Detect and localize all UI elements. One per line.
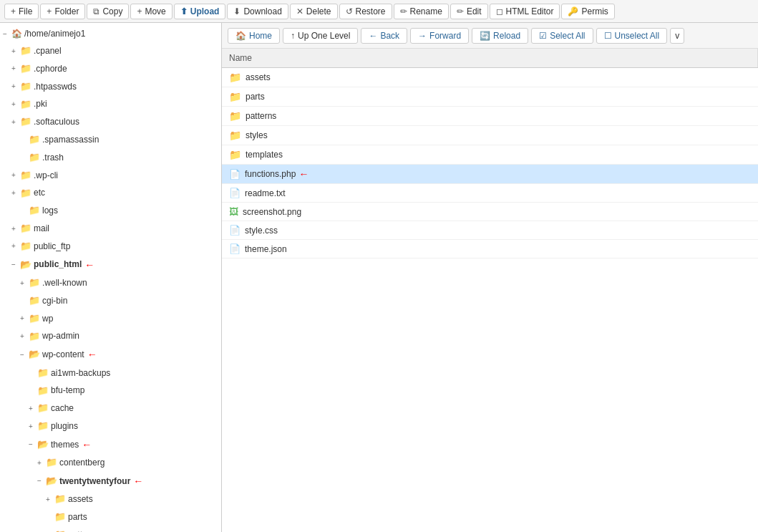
tree-item-cache[interactable]: + 📁 cache (0, 400, 221, 417)
file-button[interactable]: + File (4, 4, 39, 19)
folder-icon-themes: 📂 (37, 437, 49, 453)
tree-toggle-assets2[interactable]: + (46, 494, 54, 506)
tree-toggle-softaculous[interactable]: + (11, 117, 20, 128)
folder-file-icon: 📁 (229, 130, 241, 141)
tree-item-trash[interactable]: 📁 .trash (0, 149, 221, 167)
tree-label-wpcli: .wp-cli (34, 169, 58, 183)
file-name-cell: 📄readme.txt (229, 188, 751, 198)
tree-item-spamassassin[interactable]: 📁 .spamassassin (0, 131, 221, 149)
tree-toggle-plugins[interactable]: + (29, 421, 37, 432)
ellipsis-icon: v (675, 31, 679, 41)
tree-toggle-wp-admin[interactable]: + (20, 331, 29, 342)
table-row[interactable]: 📁parts (222, 87, 758, 107)
tree-item-home[interactable]: − 🏠 /home/animejo1 (0, 26, 221, 42)
edit-button[interactable]: ✏ Edit (450, 4, 488, 19)
tree-item-etc[interactable]: + 📁 etc (0, 185, 221, 203)
tree-toggle-wp-content[interactable]: − (20, 349, 29, 361)
table-row[interactable]: 📁assets (222, 68, 758, 87)
rename-button[interactable]: ✏ Rename (394, 4, 449, 19)
select-all-button[interactable]: ☑ Select All (531, 28, 593, 44)
tree-item-softaculous[interactable]: + 📁 .softaculous (0, 113, 221, 131)
table-row[interactable]: 📁patterns (222, 107, 758, 126)
tree-item-logs[interactable]: 📁 logs (0, 202, 221, 220)
tree-label-etc: etc (34, 186, 45, 200)
tree-toggle-pki[interactable]: + (11, 99, 20, 110)
table-row[interactable]: 📄style.css (222, 221, 758, 240)
tree-toggle-public-ftp[interactable]: + (11, 241, 20, 252)
html-editor-button[interactable]: ◻ HTML Editor (490, 4, 560, 19)
tree-toggle-wp[interactable]: + (20, 313, 29, 324)
tree-item-public-ftp[interactable]: + 📁 public_ftp (0, 238, 221, 256)
table-row[interactable]: 📄functions.php← (222, 165, 758, 184)
tree-toggle-well-known[interactable]: + (20, 278, 29, 289)
tree-item-twentytwentyfour[interactable]: − 📂 twentytwentyfour ← (0, 472, 221, 490)
tree-toggle-etc[interactable]: + (11, 188, 20, 199)
reload-button[interactable]: 🔄 Reload (472, 28, 528, 44)
name-column-header[interactable]: Name (222, 49, 758, 68)
tree-label-spamassassin: .spamassassin (42, 133, 99, 147)
tree-toggle-cpanel[interactable]: + (11, 46, 20, 57)
tree-item-bfu-temp[interactable]: 📁 bfu-temp (0, 382, 221, 400)
toolbar: + File + Folder ⧉ Copy + Move ⬆ Upload ⬇… (0, 0, 758, 23)
move-button[interactable]: + Move (130, 4, 172, 19)
table-row[interactable]: 📁templates (222, 145, 758, 165)
up-one-level-button[interactable]: ↑ Up One Level (283, 28, 358, 44)
tree-label-htpasswds: .htpasswds (34, 80, 77, 94)
tree-item-well-known[interactable]: + 📁 .well-known (0, 274, 221, 292)
tree-item-wp[interactable]: + 📁 wp (0, 310, 221, 328)
tree-item-parts2[interactable]: 📁 parts (0, 508, 221, 526)
tree-item-ai1wm[interactable]: 📁 ai1wm-backups (0, 364, 221, 382)
tree-toggle-themes[interactable]: − (29, 439, 37, 450)
tree-item-themes[interactable]: − 📂 themes ← (0, 435, 221, 454)
tree-label-bfu-temp: bfu-temp (51, 384, 84, 397)
folder-icon-cgi-bin: 📁 (29, 294, 40, 309)
permissions-button[interactable]: 🔑 Permis (561, 4, 614, 19)
tree-item-public-html[interactable]: − 📂 public_html ← (0, 256, 221, 274)
tree-toggle-wpcli[interactable]: + (11, 170, 20, 181)
tree-item-patterns2[interactable]: 📁 patterns (0, 526, 221, 532)
tree-toggle-cache[interactable]: + (29, 403, 37, 415)
tree-item-cpanel[interactable]: + 📁 .cpanel (0, 42, 221, 60)
tree-item-contentberg[interactable]: + 📁 contentberg (0, 454, 221, 472)
tree-item-wp-admin[interactable]: + 📁 wp-admin (0, 328, 221, 346)
more-button[interactable]: v (670, 28, 684, 44)
copy-icon: ⧉ (93, 6, 99, 16)
tree-toggle-htpasswds[interactable]: + (11, 81, 20, 92)
tree-item-plugins[interactable]: + 📁 plugins (0, 417, 221, 435)
forward-button[interactable]: → Forward (410, 28, 469, 44)
unselect-all-button[interactable]: ☐ Unselect All (596, 28, 668, 44)
tree-label-cgi-bin: cgi-bin (42, 294, 67, 308)
tree-item-mail[interactable]: + 📁 mail (0, 220, 221, 238)
folder-button[interactable]: + Folder (40, 4, 85, 19)
txt-file-icon: 📄 (229, 188, 240, 198)
tree-toggle-home[interactable]: − (3, 29, 11, 40)
tree-toggle-contentberg[interactable]: + (37, 458, 46, 469)
restore-button[interactable]: ↺ Restore (339, 4, 392, 19)
tree-toggle-cphorde[interactable]: + (11, 63, 20, 74)
file-name-cell: 📁assets (229, 72, 751, 83)
table-row[interactable]: 🖼screenshot.png (222, 203, 758, 221)
download-button[interactable]: ⬇ Download (227, 4, 288, 19)
reload-icon: 🔄 (480, 31, 490, 41)
tree-toggle-mail[interactable]: + (11, 223, 20, 235)
file-name-label: parts (246, 92, 265, 102)
tree-item-cphorde[interactable]: + 📁 .cphorde (0, 60, 221, 78)
table-row[interactable]: 📁styles (222, 126, 758, 145)
tree-toggle-public-html[interactable]: − (11, 259, 20, 271)
tree-item-htpasswds[interactable]: + 📁 .htpasswds (0, 78, 221, 96)
arrow-wp-content: ← (87, 347, 97, 362)
tree-item-assets2[interactable]: + 📁 assets (0, 490, 221, 508)
tree-toggle-twentytwentyfour[interactable]: − (37, 475, 46, 487)
back-button[interactable]: ← Back (361, 28, 407, 44)
tree-item-cgi-bin[interactable]: 📁 cgi-bin (0, 292, 221, 310)
tree-item-wpcli[interactable]: + 📁 .wp-cli (0, 167, 221, 185)
table-row[interactable]: 📄theme.json (222, 240, 758, 258)
copy-button[interactable]: ⧉ Copy (87, 4, 129, 19)
tree-item-wp-content[interactable]: − 📂 wp-content ← (0, 345, 221, 364)
table-row[interactable]: 📄readme.txt (222, 184, 758, 203)
upload-button[interactable]: ⬆ Upload (174, 4, 226, 19)
delete-button[interactable]: ✕ Delete (290, 4, 338, 19)
upload-icon: ⬆ (180, 6, 188, 16)
tree-item-pki[interactable]: + 📁 .pki (0, 96, 221, 114)
home-nav-button[interactable]: 🏠 Home (228, 28, 280, 44)
